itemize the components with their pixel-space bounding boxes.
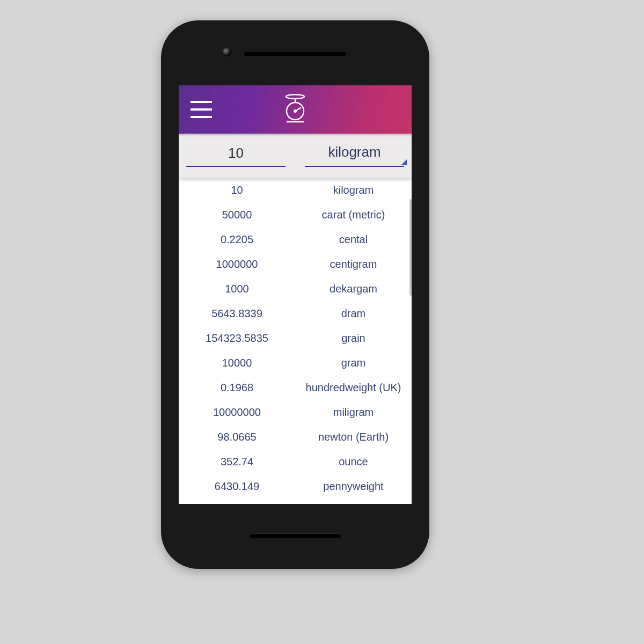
result-unit: pennyweight bbox=[295, 480, 412, 493]
result-unit: kilogram bbox=[295, 184, 412, 196]
result-unit: dram bbox=[295, 308, 412, 320]
result-value: 5643.8339 bbox=[179, 308, 295, 320]
result-value: 98.0665 bbox=[179, 431, 295, 443]
result-value: 1000 bbox=[179, 283, 295, 295]
result-row[interactable]: 0.2205cental bbox=[179, 227, 412, 252]
result-row[interactable]: 50000carat (metric) bbox=[179, 202, 412, 227]
result-value: 0.1968 bbox=[179, 382, 295, 394]
dropdown-triangle-icon bbox=[401, 159, 407, 165]
result-unit: dekargam bbox=[295, 283, 412, 295]
app-screen: kilogram 10kilogram50000carat (metric)0.… bbox=[179, 85, 412, 504]
result-value: 10000 bbox=[179, 357, 295, 369]
result-unit: newton (Earth) bbox=[295, 431, 412, 443]
result-row[interactable]: 5643.8339dram bbox=[179, 301, 412, 326]
hamburger-icon[interactable] bbox=[191, 101, 212, 118]
result-row[interactable]: 352.74ounce bbox=[179, 449, 412, 474]
phone-frame-inner: kilogram 10kilogram50000carat (metric)0.… bbox=[169, 28, 421, 561]
value-input[interactable] bbox=[186, 140, 286, 167]
result-value: 6430.149 bbox=[179, 480, 295, 493]
result-row[interactable]: 154323.5835grain bbox=[179, 326, 412, 350]
phone-camera bbox=[223, 48, 231, 56]
unit-field-wrap: kilogram bbox=[305, 140, 404, 167]
result-row[interactable]: 10kilogram bbox=[179, 178, 412, 202]
result-unit: grain bbox=[295, 332, 412, 345]
scrollbar-thumb[interactable] bbox=[409, 199, 412, 296]
result-unit: miligram bbox=[295, 406, 412, 419]
result-unit: ounce bbox=[295, 456, 412, 468]
result-unit: centigram bbox=[295, 258, 412, 270]
input-bar: kilogram bbox=[179, 134, 412, 178]
svg-line-3 bbox=[295, 108, 301, 111]
unit-select[interactable]: kilogram bbox=[305, 140, 404, 167]
result-unit: cental bbox=[295, 233, 412, 246]
value-field-wrap bbox=[186, 140, 286, 167]
result-row[interactable]: 1000000centigram bbox=[179, 252, 412, 276]
phone-speaker-top bbox=[244, 51, 346, 56]
result-value: 154323.5835 bbox=[179, 332, 295, 345]
weight-scale-icon bbox=[283, 92, 308, 127]
result-row[interactable]: 6430.149pennyweight bbox=[179, 474, 412, 497]
result-value: 0.2205 bbox=[179, 233, 295, 246]
result-value: 1000000 bbox=[179, 258, 295, 270]
result-unit: hundredweight (UK) bbox=[295, 382, 412, 394]
result-unit: carat (metric) bbox=[295, 209, 412, 221]
result-row[interactable]: 10000000miligram bbox=[179, 400, 412, 425]
app-header bbox=[179, 85, 412, 134]
phone-frame: kilogram 10kilogram50000carat (metric)0.… bbox=[161, 20, 429, 569]
unit-select-label: kilogram bbox=[328, 144, 380, 160]
result-value: 10000000 bbox=[179, 406, 295, 419]
result-unit: gram bbox=[295, 357, 412, 369]
phone-speaker-bottom bbox=[250, 533, 341, 538]
result-row[interactable]: 0.1968hundredweight (UK) bbox=[179, 375, 412, 400]
result-row[interactable]: 98.0665newton (Earth) bbox=[179, 425, 412, 449]
results-list[interactable]: 10kilogram50000carat (metric)0.2205centa… bbox=[179, 178, 412, 497]
result-value: 50000 bbox=[179, 209, 295, 221]
result-row[interactable]: 10000gram bbox=[179, 350, 412, 375]
result-row[interactable]: 1000dekargam bbox=[179, 276, 412, 301]
result-value: 352.74 bbox=[179, 456, 295, 468]
result-value: 10 bbox=[179, 184, 295, 196]
